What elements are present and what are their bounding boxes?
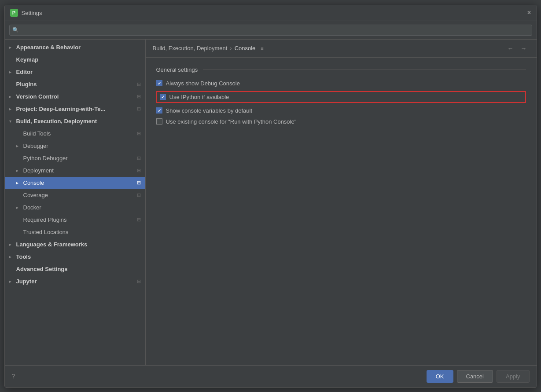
sidebar-item-build-tools[interactable]: Build Tools⊞ <box>5 128 145 140</box>
dialog-footer: ? OK Cancel Apply <box>5 365 537 387</box>
ext-icon-coverage: ⊞ <box>137 192 141 198</box>
sidebar-item-docker[interactable]: ▸Docker <box>5 201 145 214</box>
title-bar: P Settings × <box>5 5 537 21</box>
breadcrumb-bar: Build, Execution, Deployment › Console ≡… <box>146 40 537 58</box>
cancel-button[interactable]: Cancel <box>457 370 493 383</box>
sidebar-item-console[interactable]: ▸Console⊞ <box>5 177 145 189</box>
search-icon: 🔍 <box>12 27 19 33</box>
search-bar: 🔍 <box>5 21 537 40</box>
main-panel: Build, Execution, Deployment › Console ≡… <box>146 40 537 365</box>
sidebar-item-coverage[interactable]: Coverage⊞ <box>5 189 145 201</box>
chevron-icon-jupyter: ▸ <box>9 279 16 284</box>
sidebar-item-jupyter[interactable]: ▸Jupyter⊞ <box>5 275 145 288</box>
sidebar-item-label-docker: Docker <box>23 204 141 211</box>
dialog-body: 🔍 ▸Appearance & BehaviorKeymap▸EditorPlu… <box>5 21 537 365</box>
ext-icon-required-plugins: ⊞ <box>137 217 141 223</box>
sidebar-item-label-version-control: Version Control <box>16 93 135 100</box>
breadcrumb-left: Build, Execution, Deployment › Console ≡ <box>153 45 264 51</box>
chevron-icon-version-control: ▸ <box>9 94 16 99</box>
setting-row-use-existing: Use existing console for "Run with Pytho… <box>156 118 526 125</box>
sidebar-item-label-project: Project: Deep-Learning-with-Te... <box>16 106 135 112</box>
nav-forward-button[interactable]: → <box>518 44 530 53</box>
sidebar: ▸Appearance & BehaviorKeymap▸EditorPlugi… <box>5 40 146 365</box>
chevron-icon-editor: ▸ <box>9 70 16 74</box>
sidebar-item-label-build-exec: Build, Execution, Deployment <box>16 118 141 125</box>
setting-row-show-vars: Show console variables by default <box>156 107 526 114</box>
search-input[interactable] <box>9 25 532 36</box>
sidebar-item-build-exec[interactable]: ▾Build, Execution, Deployment <box>5 115 145 128</box>
ext-icon-plugins: ⊞ <box>137 81 141 87</box>
chevron-icon-debugger: ▸ <box>16 143 23 148</box>
apply-button[interactable]: Apply <box>497 370 530 383</box>
sidebar-item-label-required-plugins: Required Plugins <box>23 216 135 223</box>
ok-button[interactable]: OK <box>427 370 453 383</box>
sidebar-item-python-debugger[interactable]: Python Debugger⊞ <box>5 152 145 165</box>
section-line <box>203 70 526 70</box>
ext-icon-python-debugger: ⊞ <box>137 155 141 161</box>
breadcrumb-parent: Build, Execution, Deployment <box>153 45 228 51</box>
chevron-icon-tools: ▸ <box>9 254 16 259</box>
setting-label-always-debug: Always show Debug Console <box>166 80 240 87</box>
sidebar-item-deployment[interactable]: ▸Deployment⊞ <box>5 165 145 177</box>
sidebar-item-label-trusted-locations: Trusted Locations <box>23 229 141 235</box>
help-button[interactable]: ? <box>12 373 15 380</box>
chevron-icon-languages: ▸ <box>9 242 16 247</box>
ext-icon-deployment: ⊞ <box>137 168 141 173</box>
section-title: General settings <box>156 66 198 73</box>
sidebar-item-label-build-tools: Build Tools <box>23 130 135 137</box>
setting-row-highlighted-use-ipython: Use IPython if available <box>156 91 526 103</box>
sidebar-item-tools[interactable]: ▸Tools <box>5 251 145 263</box>
sidebar-item-label-debugger: Debugger <box>23 143 141 149</box>
sidebar-item-label-languages: Languages & Frameworks <box>16 241 141 248</box>
ext-icon-version-control: ⊞ <box>137 94 141 99</box>
close-button[interactable]: × <box>527 9 531 17</box>
sidebar-item-required-plugins[interactable]: Required Plugins⊞ <box>5 214 145 226</box>
chevron-icon-build-exec: ▾ <box>9 119 16 124</box>
sidebar-item-label-deployment: Deployment <box>23 167 135 174</box>
sidebar-item-project[interactable]: ▸Project: Deep-Learning-with-Te...⊞ <box>5 103 145 115</box>
sidebar-item-label-appearance: Appearance & Behavior <box>16 44 141 51</box>
checkbox-use-ipython[interactable] <box>160 94 166 100</box>
setting-label-use-existing: Use existing console for "Run with Pytho… <box>166 118 297 125</box>
sidebar-item-debugger[interactable]: ▸Debugger <box>5 140 145 152</box>
settings-rows: Always show Debug ConsoleUse IPython if … <box>156 80 526 125</box>
nav-back-button[interactable]: ← <box>505 44 516 53</box>
sidebar-item-keymap[interactable]: Keymap <box>5 54 145 66</box>
settings-dialog: P Settings × 🔍 ▸Appearance & BehaviorKey… <box>4 5 537 388</box>
sidebar-item-label-python-debugger: Python Debugger <box>23 155 135 161</box>
sidebar-item-appearance[interactable]: ▸Appearance & Behavior <box>5 41 145 54</box>
breadcrumb-menu-icon[interactable]: ≡ <box>261 46 263 51</box>
setting-label-show-vars: Show console variables by default <box>166 107 253 114</box>
chevron-icon-project: ▸ <box>9 106 16 111</box>
sidebar-item-label-console: Console <box>23 180 135 186</box>
app-icon: P <box>10 9 18 17</box>
window-title: Settings <box>22 10 42 16</box>
sidebar-item-label-jupyter: Jupyter <box>16 278 135 285</box>
sidebar-item-label-coverage: Coverage <box>23 192 135 198</box>
sidebar-item-label-plugins: Plugins <box>16 81 135 88</box>
footer-buttons: OK Cancel Apply <box>427 370 530 383</box>
checkbox-show-vars[interactable] <box>156 107 162 114</box>
sidebar-item-trusted-locations[interactable]: Trusted Locations <box>5 226 145 238</box>
sidebar-item-version-control[interactable]: ▸Version Control⊞ <box>5 91 145 103</box>
breadcrumb-nav: ← → <box>505 44 530 53</box>
sidebar-item-label-tools: Tools <box>16 253 141 260</box>
sidebar-item-plugins[interactable]: Plugins⊞ <box>5 78 145 91</box>
settings-content: General settings Always show Debug Conso… <box>146 58 537 365</box>
sidebar-item-languages[interactable]: ▸Languages & Frameworks <box>5 238 145 251</box>
checkbox-use-existing[interactable] <box>156 118 162 125</box>
checkbox-always-debug[interactable] <box>156 80 162 86</box>
sidebar-item-editor[interactable]: ▸Editor <box>5 66 145 78</box>
sidebar-item-label-editor: Editor <box>16 69 141 75</box>
search-wrap: 🔍 <box>9 25 532 36</box>
chevron-icon-docker: ▸ <box>16 205 23 210</box>
sidebar-item-advanced-settings[interactable]: Advanced Settings <box>5 263 145 275</box>
chevron-icon-appearance: ▸ <box>9 45 16 50</box>
sidebar-item-label-keymap: Keymap <box>16 56 141 63</box>
setting-row-always-debug: Always show Debug Console <box>156 80 526 87</box>
ext-icon-console: ⊞ <box>137 180 141 186</box>
chevron-icon-deployment: ▸ <box>16 168 23 173</box>
section-header: General settings <box>156 66 526 73</box>
ext-icon-jupyter: ⊞ <box>137 278 141 284</box>
ext-icon-project: ⊞ <box>137 106 141 112</box>
